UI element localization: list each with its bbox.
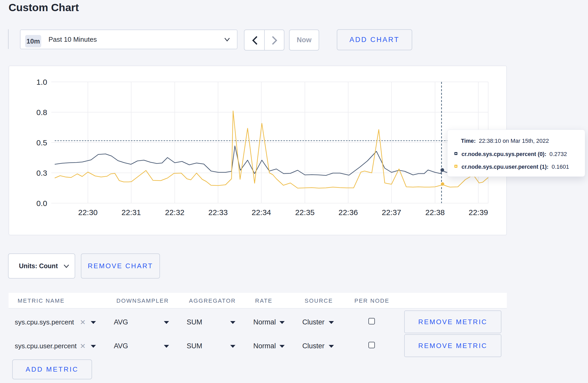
svg-text:0.3: 0.3	[36, 169, 47, 177]
svg-text:22:32: 22:32	[165, 208, 184, 217]
svg-text:22:36: 22:36	[338, 208, 358, 217]
svg-text:22:35: 22:35	[295, 208, 314, 217]
svg-text:0.5: 0.5	[36, 138, 47, 147]
svg-text:22:33: 22:33	[208, 208, 228, 217]
svg-text:22:30: 22:30	[78, 208, 97, 217]
svg-text:22:37: 22:37	[382, 208, 401, 217]
svg-text:0.8: 0.8	[36, 108, 47, 117]
svg-text:22:38: 22:38	[425, 208, 445, 217]
svg-text:22:31: 22:31	[121, 208, 141, 217]
svg-text:1.0: 1.0	[36, 78, 47, 86]
svg-text:22:39: 22:39	[468, 208, 488, 217]
svg-text:0.0: 0.0	[36, 199, 47, 208]
svg-text:22:34: 22:34	[251, 208, 271, 217]
